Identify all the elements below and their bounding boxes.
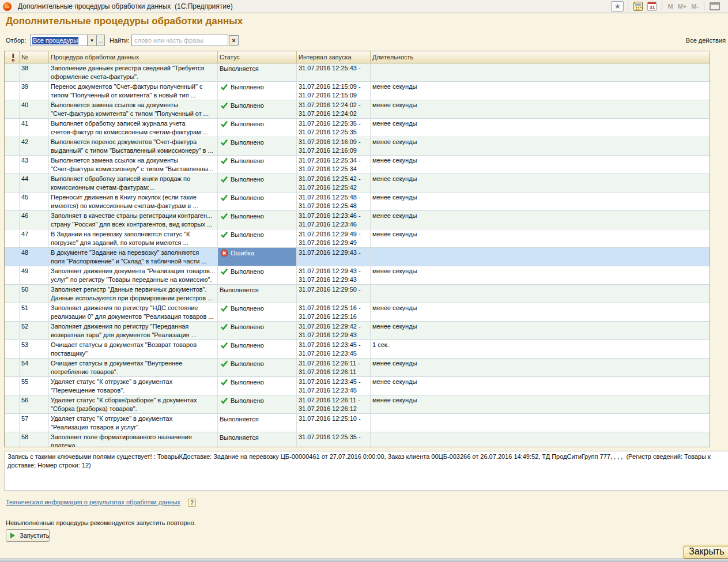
row-pin-cell [5,285,20,303]
row-duration: менее секунды [371,322,710,340]
table-row[interactable]: 41 Выполняет обработку записей журнала у… [5,119,710,137]
1c-app-icon: 1с [3,2,12,11]
table-row[interactable]: 45 Переносит движения в Книгу покупок (е… [5,193,710,211]
row-number: 52 [20,322,49,340]
row-status: Ошибка [218,248,297,266]
table-row[interactable]: 58 Заполняет поле форматированного назна… [5,432,710,447]
row-interval: 31.07.2016 12:25:16 - 31.07.2016 12:25:1… [297,303,371,321]
table-row[interactable]: 51 Заполняет движения по регистру "НДС с… [5,303,710,322]
row-status: Выполняется [218,432,297,447]
table-row[interactable]: 39 Перенос документов "Счет-фактуры полу… [5,82,710,100]
row-interval: 31.07.2016 12:25:42 - 31.07.2016 12:25:4… [297,174,371,192]
column-header-interval[interactable]: Интервал запуска [297,51,371,63]
table-row[interactable]: 42 Выполняется перенос документов "Счет-… [5,137,710,156]
memory-m-button[interactable]: M [667,3,673,10]
calculator-icon[interactable] [633,2,643,11]
row-number: 40 [20,100,49,118]
row-status: Выполнено [218,266,297,284]
row-number: 44 [20,174,49,192]
row-duration [371,63,710,81]
row-procedure: Выполняет обработку записей журнала учет… [49,119,218,137]
row-interval: 31.07.2016 12:25:35 - [297,432,371,447]
check-icon [220,194,228,202]
row-pin-cell [5,266,20,284]
memory-mplus-button[interactable]: M+ [678,3,687,10]
favorites-star-button[interactable]: ★ [611,1,624,12]
check-icon [220,323,228,331]
row-pin-cell [5,156,20,173]
table-row[interactable]: 56 Удаляет статус "К сборке/разборке" в … [5,395,710,414]
row-interval: 31.07.2016 12:23:46 - 31.07.2016 12:23:4… [297,211,371,229]
note-text: Невыполненные процедуры рекомендуется за… [6,519,196,526]
column-header-duration[interactable]: Длительность [371,51,710,63]
filter-more-button[interactable]: ... [96,35,104,46]
row-procedure: Выполняется перенос документов "Счет-фак… [49,137,218,155]
memory-mminus-button[interactable]: M- [691,3,699,10]
table-row[interactable]: 53 Очищает статусы в документах "Возврат… [5,340,710,359]
calendar-icon[interactable]: 31 [647,2,657,11]
row-number: 39 [20,82,49,100]
row-pin-cell [5,100,20,118]
column-header-procedure[interactable]: Процедура обработки данных [49,51,218,63]
procedures-table: № Процедура обработки данных Статус Инте… [4,51,710,447]
row-status: Выполнено [218,229,297,247]
row-duration: менее секунды [371,377,710,395]
table-row[interactable]: 46 Заполняет в качестве страны регистрац… [5,211,710,229]
pin-column-header[interactable] [5,51,20,63]
table-row[interactable]: 43 Выполняется замена ссылок на документ… [5,156,710,174]
table-row[interactable]: 52 Заполняет движения по регистру "Перед… [5,322,710,340]
row-number: 41 [20,119,49,137]
row-procedure: В документе "Задание на перевозку" запол… [49,248,218,266]
chevron-down-icon[interactable]: ▼ [87,35,96,46]
search-input[interactable] [131,35,228,46]
row-pin-cell [5,377,20,395]
table-row[interactable]: 49 Заполняет движения документа "Реализа… [5,266,710,285]
table-row[interactable]: 48 В документе "Задание на перевозку" за… [5,248,710,266]
row-status: Выполнено [218,82,297,100]
row-duration: менее секунды [371,82,710,100]
clear-search-icon[interactable]: × [229,35,239,46]
row-procedure: Выполняется замена ссылок на документы "… [49,156,218,173]
column-header-num[interactable]: № [20,51,49,63]
row-interval: 31.07.2016 12:26:11 - 31.07.2016 12:26:1… [297,359,371,376]
app-window: 1с Дополнительные процедуры обработки да… [0,0,728,562]
table-row[interactable]: 54 Очищает статусы в документах "Внутрен… [5,359,710,377]
row-procedure: Заполняет в качестве страны регистрации … [49,211,218,229]
table-row[interactable]: 55 Удаляет статус "К отгрузке" в докумен… [5,377,710,395]
tech-info-link[interactable]: Техническая информация о результатах обр… [6,499,180,506]
table-row[interactable]: 50 Заполняет регистр "Данные первичных д… [5,285,710,303]
filter-combobox[interactable]: Все процедуры ▼ ... [30,35,105,46]
row-procedure: В Задании на перевозку заполняются стату… [49,229,218,247]
row-pin-cell [5,432,20,447]
all-actions-button[interactable]: Все действия [686,37,726,44]
help-icon[interactable]: ? [188,499,196,507]
row-interval: 31.07.2016 12:25:35 - 31.07.2016 12:25:3… [297,119,371,137]
table-row[interactable]: 38 Заполнение данныех регистра сведений … [5,63,710,82]
table-row[interactable]: 47 В Задании на перевозку заполняются ст… [5,229,710,248]
row-duration: менее секунды [371,359,710,376]
row-status: Выполнено [218,174,297,192]
close-button[interactable]: Закрыть [684,546,728,559]
row-pin-cell [5,229,20,247]
row-interval: 31.07.2016 12:25:10 - [297,414,371,432]
row-status: Выполнено [218,395,297,413]
row-pin-cell [5,359,20,376]
run-button[interactable]: Запустить [6,529,50,542]
row-status: Выполнено [218,137,297,155]
row-interval: 31.07.2016 12:29:43 - 31.07.2016 12:29:4… [297,266,371,284]
column-header-status[interactable]: Статус [218,51,297,63]
error-message-box[interactable]: Запись с такими ключевыми полями существ… [5,451,728,491]
row-number: 57 [20,414,49,432]
page-title: Дополнительные процедуры обработки данны… [6,16,243,27]
table-row[interactable]: 57 Удаляет статус "К отгрузке" в докумен… [5,414,710,432]
title-bar: 1с Дополнительные процедуры обработки да… [0,0,728,13]
exclamation-icon [10,54,16,62]
row-duration: менее секунды [371,193,710,210]
window-icon[interactable] [710,2,720,10]
table-row[interactable]: 40 Выполняется замена ссылок на документ… [5,100,710,119]
row-duration: менее секунды [371,174,710,192]
row-number: 53 [20,340,49,358]
row-pin-cell [5,82,20,100]
table-row[interactable]: 44 Выполняет обработку записей книги про… [5,174,710,193]
filter-value: Все процедуры [31,35,87,46]
